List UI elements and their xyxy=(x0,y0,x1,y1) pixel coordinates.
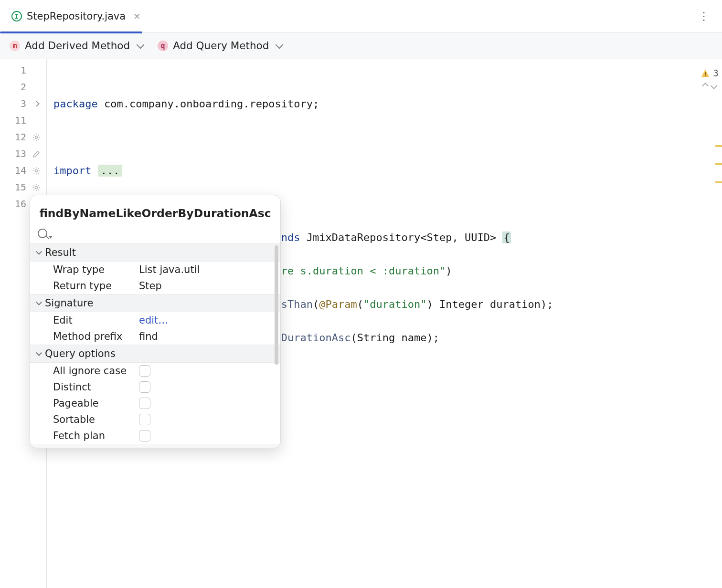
section-limit[interactable]: Limit xyxy=(30,444,280,448)
line-number: 16 xyxy=(15,196,26,212)
inspection-nav[interactable] xyxy=(703,84,716,88)
popup-search[interactable] xyxy=(30,224,280,243)
line-number: 1 xyxy=(21,62,26,79)
chevron-down-icon xyxy=(137,41,145,49)
opt-fetch-plan[interactable]: Fetch plan xyxy=(30,428,280,444)
line-number: 2 xyxy=(21,79,26,95)
edit-link[interactable]: edit… xyxy=(139,315,274,326)
result-wrap-type-row[interactable]: Wrap type List java.util xyxy=(30,262,280,278)
chevron-down-icon xyxy=(36,350,42,356)
opt-distinct[interactable]: Distinct xyxy=(30,379,280,395)
gutter-edit-icon[interactable] xyxy=(31,150,42,158)
svg-point-2 xyxy=(35,186,38,189)
add-query-label: Add Query Method xyxy=(173,40,269,52)
fold-icon[interactable] xyxy=(31,102,42,106)
tab-bar: I StepRepository.java × ⋮ xyxy=(0,0,722,32)
svg-point-0 xyxy=(35,136,38,138)
signature-edit-row[interactable]: Edit edit… xyxy=(30,312,280,328)
interface-icon: I xyxy=(11,11,22,21)
tab-active-indicator xyxy=(0,32,142,33)
line-number: 12 xyxy=(15,129,26,146)
derived-badge-icon: m xyxy=(10,41,20,51)
opt-sortable[interactable]: Sortable xyxy=(30,411,280,428)
section-signature[interactable]: Signature xyxy=(30,294,280,312)
line-number: 11 xyxy=(15,112,26,129)
signature-prefix-row[interactable]: Method prefix find xyxy=(30,328,280,345)
inspection-markers[interactable] xyxy=(712,145,722,183)
checkbox[interactable] xyxy=(139,414,150,425)
more-menu-icon[interactable]: ⋮ xyxy=(691,6,717,27)
chevron-down-icon xyxy=(36,249,42,255)
result-return-type-row[interactable]: Return type Step xyxy=(30,278,280,294)
popup-scrollbar[interactable] xyxy=(275,245,278,365)
add-query-method-button[interactable]: q Add Query Method xyxy=(158,40,282,52)
checkbox[interactable] xyxy=(139,398,150,409)
inspection-strip: 3 xyxy=(697,59,722,88)
gutter-gear-icon[interactable] xyxy=(31,183,42,192)
derived-method-popup: findByNameLikeOrderByDurationAsc Result … xyxy=(30,195,281,448)
checkbox[interactable] xyxy=(139,365,150,377)
gutter-gear-icon[interactable] xyxy=(31,133,42,142)
svg-rect-3 xyxy=(705,72,706,74)
warning-icon[interactable] xyxy=(701,69,710,78)
svg-rect-4 xyxy=(705,75,706,76)
section-result[interactable]: Result xyxy=(30,243,280,262)
line-number: 15 xyxy=(15,179,26,196)
popup-title: findByNameLikeOrderByDurationAsc xyxy=(30,195,280,224)
checkbox[interactable] xyxy=(139,381,150,393)
svg-point-1 xyxy=(35,169,38,172)
chevron-down-icon xyxy=(276,41,284,49)
search-icon xyxy=(38,229,47,238)
warning-count: 3 xyxy=(713,65,718,82)
editor-toolbar: m Add Derived Method q Add Query Method xyxy=(0,32,722,59)
close-tab-icon[interactable]: × xyxy=(130,10,143,22)
add-derived-method-button[interactable]: m Add Derived Method xyxy=(10,40,143,52)
editor-tab[interactable]: I StepRepository.java × xyxy=(5,6,150,26)
line-number: 13 xyxy=(15,146,26,162)
line-number: 14 xyxy=(15,162,26,179)
opt-pageable[interactable]: Pageable xyxy=(30,395,280,411)
opt-all-ignore-case[interactable]: All ignore case xyxy=(30,363,280,379)
line-number: 3 xyxy=(21,95,26,112)
add-derived-label: Add Derived Method xyxy=(25,40,130,52)
section-query-options[interactable]: Query options xyxy=(30,345,280,363)
query-badge-icon: q xyxy=(158,41,168,51)
gutter-gear-icon[interactable] xyxy=(31,167,42,175)
tab-filename: StepRepository.java xyxy=(27,10,126,22)
checkbox[interactable] xyxy=(139,430,150,441)
chevron-down-icon xyxy=(36,299,42,305)
folded-imports[interactable]: ... xyxy=(98,165,123,177)
